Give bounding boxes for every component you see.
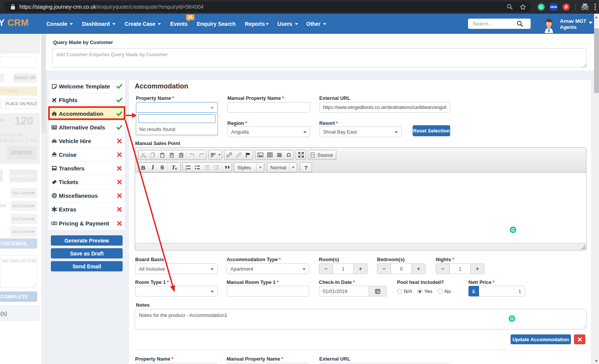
italic-icon[interactable]: I xyxy=(148,163,158,172)
menu-item-cruise[interactable]: Cruise xyxy=(49,148,125,162)
anchor-flag-icon[interactable] xyxy=(243,150,253,159)
indent-icon[interactable] xyxy=(211,163,221,172)
bulleted-list-icon[interactable] xyxy=(192,163,202,172)
plus-button[interactable]: + xyxy=(470,263,484,274)
nav-item-enquiry-search[interactable]: Enquiry Search xyxy=(197,21,236,27)
editor-resize-handle[interactable] xyxy=(581,245,585,249)
incorrect-button-partial[interactable] xyxy=(0,170,3,182)
b-extension-icon[interactable]: B xyxy=(563,3,570,11)
incorrect-no-button[interactable]: INCORRECT NO xyxy=(9,170,37,182)
bookmark-star-icon[interactable] xyxy=(520,4,526,10)
remove-format-icon[interactable]: Tx xyxy=(168,163,180,172)
rooms-value[interactable] xyxy=(333,263,353,274)
sidebar-phone-input[interactable] xyxy=(0,56,37,68)
bold-icon[interactable]: B xyxy=(139,163,148,172)
menu-item-pricing-payment[interactable]: Pricing & Payment xyxy=(49,216,125,230)
page-scrollbar[interactable] xyxy=(594,14,599,364)
outdent-icon[interactable] xyxy=(202,163,211,172)
hang-up-button[interactable]: HANG UP xyxy=(13,73,37,83)
update-accommodation-button[interactable]: Update Accommodation xyxy=(511,334,571,344)
user-menu[interactable]: Arnav MGTAgents xyxy=(560,18,586,30)
grammarly-extension-icon[interactable]: G xyxy=(538,3,545,11)
nav-item-events[interactable]: Events15 xyxy=(170,21,188,27)
query-textarea[interactable] xyxy=(52,48,587,68)
zoom-icon[interactable] xyxy=(507,4,513,10)
radio-no[interactable]: No xyxy=(438,288,451,294)
resize-handle[interactable] xyxy=(32,283,36,287)
menu-item-accommodation[interactable]: Accommodation xyxy=(49,107,125,121)
menu-item-welcome-template[interactable]: Welcome Template xyxy=(49,80,125,93)
about-icon[interactable]: ? xyxy=(300,163,312,172)
menu-item-flights[interactable]: Flights xyxy=(49,93,125,107)
menu-item-extras[interactable]: Extras xyxy=(49,203,125,216)
radio-yes[interactable]: Yes xyxy=(418,288,432,294)
menu-item-vehicle-hire[interactable]: Vehicle Hire xyxy=(49,134,125,148)
voicemail-button[interactable]: VOICEMAIL xyxy=(0,238,37,249)
send-email-button[interactable]: Send Email xyxy=(51,261,123,271)
hold-button-partial[interactable] xyxy=(0,99,2,109)
strike-icon[interactable]: S xyxy=(158,163,167,172)
nav-item-other[interactable]: Other xyxy=(306,21,326,27)
new-extension-icon[interactable]: NEW xyxy=(550,3,557,11)
room-type-select[interactable] xyxy=(135,286,218,296)
grammarly-icon[interactable]: G xyxy=(509,315,515,322)
search-input[interactable] xyxy=(468,21,517,27)
minus-button[interactable]: − xyxy=(377,263,391,274)
editor-content-area[interactable]: G xyxy=(135,173,586,244)
save-as-draft-button[interactable]: Save as Draft xyxy=(51,248,123,258)
nett-price-input[interactable] xyxy=(479,286,525,296)
scroll-up-icon[interactable] xyxy=(595,16,597,18)
nav-item-console[interactable]: Console xyxy=(46,21,73,27)
image-icon[interactable] xyxy=(255,150,265,159)
ignore-button[interactable]: IGNORE xyxy=(7,146,36,159)
app-logo[interactable]: Y CRM xyxy=(0,17,28,28)
copy-icon[interactable] xyxy=(148,150,158,159)
cut-icon[interactable] xyxy=(139,150,148,159)
property-name-select[interactable] xyxy=(136,102,218,113)
complete-button[interactable]: COMPLETE xyxy=(0,292,37,302)
address-bar[interactable]: https://staging.journey-crm.co.uk/enquir… xyxy=(4,2,531,12)
blockquote-icon[interactable] xyxy=(222,163,232,172)
place-on-hold-button[interactable]: PLACE ON HOLD xyxy=(5,99,37,109)
accommodation-type-select[interactable]: Apartment xyxy=(227,263,309,274)
set-outcome-select-4[interactable]: Set Outcome xyxy=(11,227,37,237)
chrome-menu-icon[interactable] xyxy=(594,3,596,10)
ordered-list-icon[interactable]: 12 xyxy=(183,163,192,172)
notes-textarea[interactable]: Notes for the product - Accommodation1 xyxy=(135,309,586,329)
board-basis-select[interactable]: All Inclusive xyxy=(135,263,218,274)
scroll-down-icon[interactable] xyxy=(595,360,597,362)
paste-text-icon[interactable]: T xyxy=(167,150,177,159)
manual-property-name-input[interactable] xyxy=(227,102,310,113)
remove-product-button[interactable] xyxy=(574,334,585,344)
calendar-button[interactable] xyxy=(369,286,387,296)
minus-button[interactable]: − xyxy=(436,263,450,274)
nav-item-reports[interactable]: Reports xyxy=(245,21,269,27)
menu-item-tickets[interactable]: Tickets xyxy=(49,175,125,189)
horizontal-rule-icon[interactable] xyxy=(274,150,284,159)
table-icon[interactable] xyxy=(265,150,274,159)
scrollbar-thumb[interactable] xyxy=(594,28,599,93)
bedrooms-value[interactable] xyxy=(391,263,411,274)
radio-na[interactable]: N/A xyxy=(397,288,412,294)
nights-value[interactable] xyxy=(450,263,470,274)
grammarly-icon[interactable]: G xyxy=(510,227,516,233)
reset-selection-button[interactable]: Reset Selection xyxy=(413,125,450,136)
plus-button[interactable]: + xyxy=(353,263,367,274)
property-search-input[interactable] xyxy=(138,114,216,123)
search-icon[interactable] xyxy=(517,20,523,27)
call-button-partial[interactable] xyxy=(0,73,4,83)
manual-room-type-input[interactable] xyxy=(227,286,309,296)
format-combo[interactable]: Normal xyxy=(267,162,297,172)
user-avatar[interactable] xyxy=(542,18,556,33)
paste-icon[interactable] xyxy=(158,150,167,159)
unlink-icon[interactable] xyxy=(234,150,243,159)
sidebar-scrollbar[interactable] xyxy=(41,34,46,364)
link-icon[interactable] xyxy=(224,150,234,159)
check-in-date-input[interactable] xyxy=(319,286,369,296)
styles-combo[interactable]: Styles xyxy=(234,162,264,172)
menu-item-miscellaneous[interactable]: Miscellaneous xyxy=(49,189,125,203)
plus-button[interactable]: + xyxy=(411,263,426,274)
nav-item-users[interactable]: Users xyxy=(277,21,298,27)
nav-item-dashboard[interactable]: Dashboard xyxy=(82,21,115,27)
minus-button[interactable]: − xyxy=(319,263,333,274)
